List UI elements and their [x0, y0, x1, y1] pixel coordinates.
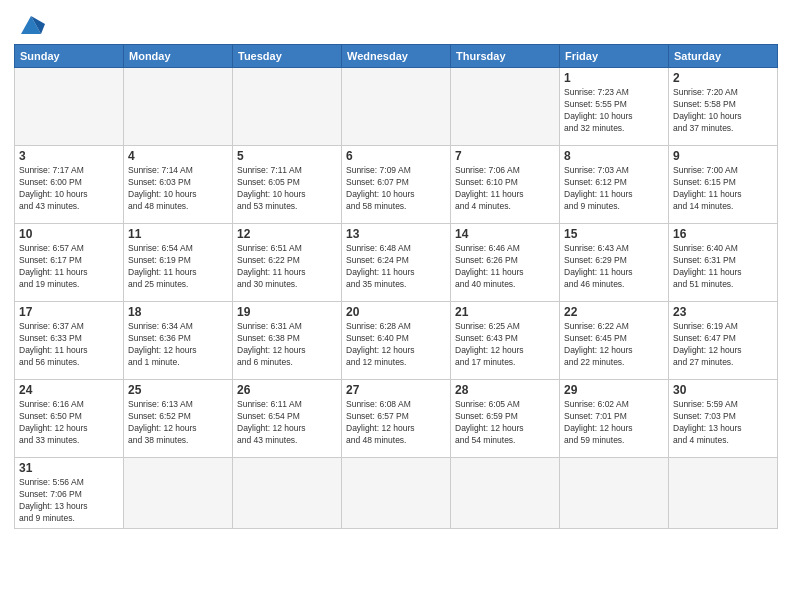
week-row-2: 10Sunrise: 6:57 AM Sunset: 6:17 PM Dayli…: [15, 224, 778, 302]
calendar-cell: 31Sunrise: 5:56 AM Sunset: 7:06 PM Dayli…: [15, 458, 124, 529]
calendar-cell: 11Sunrise: 6:54 AM Sunset: 6:19 PM Dayli…: [124, 224, 233, 302]
week-row-5: 31Sunrise: 5:56 AM Sunset: 7:06 PM Dayli…: [15, 458, 778, 529]
calendar-cell: 27Sunrise: 6:08 AM Sunset: 6:57 PM Dayli…: [342, 380, 451, 458]
day-info: Sunrise: 6:43 AM Sunset: 6:29 PM Dayligh…: [564, 243, 664, 291]
day-info: Sunrise: 6:51 AM Sunset: 6:22 PM Dayligh…: [237, 243, 337, 291]
calendar-cell: 25Sunrise: 6:13 AM Sunset: 6:52 PM Dayli…: [124, 380, 233, 458]
day-number: 9: [673, 149, 773, 163]
day-info: Sunrise: 6:13 AM Sunset: 6:52 PM Dayligh…: [128, 399, 228, 447]
day-info: Sunrise: 7:23 AM Sunset: 5:55 PM Dayligh…: [564, 87, 664, 135]
calendar-cell: 24Sunrise: 6:16 AM Sunset: 6:50 PM Dayli…: [15, 380, 124, 458]
day-number: 29: [564, 383, 664, 397]
day-number: 13: [346, 227, 446, 241]
calendar-cell: [669, 458, 778, 529]
calendar-cell: [451, 68, 560, 146]
calendar-cell: 20Sunrise: 6:28 AM Sunset: 6:40 PM Dayli…: [342, 302, 451, 380]
day-info: Sunrise: 6:28 AM Sunset: 6:40 PM Dayligh…: [346, 321, 446, 369]
day-info: Sunrise: 7:00 AM Sunset: 6:15 PM Dayligh…: [673, 165, 773, 213]
day-info: Sunrise: 7:03 AM Sunset: 6:12 PM Dayligh…: [564, 165, 664, 213]
col-header-friday: Friday: [560, 45, 669, 68]
day-info: Sunrise: 6:02 AM Sunset: 7:01 PM Dayligh…: [564, 399, 664, 447]
col-header-thursday: Thursday: [451, 45, 560, 68]
week-row-1: 3Sunrise: 7:17 AM Sunset: 6:00 PM Daylig…: [15, 146, 778, 224]
day-info: Sunrise: 5:59 AM Sunset: 7:03 PM Dayligh…: [673, 399, 773, 447]
calendar-cell: [124, 68, 233, 146]
calendar-cell: [15, 68, 124, 146]
day-info: Sunrise: 6:22 AM Sunset: 6:45 PM Dayligh…: [564, 321, 664, 369]
day-info: Sunrise: 6:19 AM Sunset: 6:47 PM Dayligh…: [673, 321, 773, 369]
day-number: 22: [564, 305, 664, 319]
col-header-saturday: Saturday: [669, 45, 778, 68]
calendar-cell: 5Sunrise: 7:11 AM Sunset: 6:05 PM Daylig…: [233, 146, 342, 224]
calendar-cell: [451, 458, 560, 529]
header: [14, 10, 778, 38]
day-number: 31: [19, 461, 119, 475]
col-header-monday: Monday: [124, 45, 233, 68]
day-info: Sunrise: 6:40 AM Sunset: 6:31 PM Dayligh…: [673, 243, 773, 291]
calendar-cell: 3Sunrise: 7:17 AM Sunset: 6:00 PM Daylig…: [15, 146, 124, 224]
day-number: 19: [237, 305, 337, 319]
day-info: Sunrise: 7:14 AM Sunset: 6:03 PM Dayligh…: [128, 165, 228, 213]
calendar-cell: 4Sunrise: 7:14 AM Sunset: 6:03 PM Daylig…: [124, 146, 233, 224]
calendar-cell: 1Sunrise: 7:23 AM Sunset: 5:55 PM Daylig…: [560, 68, 669, 146]
day-number: 28: [455, 383, 555, 397]
calendar-cell: [233, 458, 342, 529]
day-info: Sunrise: 7:20 AM Sunset: 5:58 PM Dayligh…: [673, 87, 773, 135]
day-number: 30: [673, 383, 773, 397]
calendar-cell: [560, 458, 669, 529]
calendar-cell: 18Sunrise: 6:34 AM Sunset: 6:36 PM Dayli…: [124, 302, 233, 380]
day-number: 23: [673, 305, 773, 319]
day-info: Sunrise: 6:25 AM Sunset: 6:43 PM Dayligh…: [455, 321, 555, 369]
calendar-cell: 16Sunrise: 6:40 AM Sunset: 6:31 PM Dayli…: [669, 224, 778, 302]
col-header-wednesday: Wednesday: [342, 45, 451, 68]
day-number: 27: [346, 383, 446, 397]
day-info: Sunrise: 6:08 AM Sunset: 6:57 PM Dayligh…: [346, 399, 446, 447]
day-info: Sunrise: 6:16 AM Sunset: 6:50 PM Dayligh…: [19, 399, 119, 447]
calendar-cell: 29Sunrise: 6:02 AM Sunset: 7:01 PM Dayli…: [560, 380, 669, 458]
day-number: 26: [237, 383, 337, 397]
day-info: Sunrise: 6:37 AM Sunset: 6:33 PM Dayligh…: [19, 321, 119, 369]
day-info: Sunrise: 5:56 AM Sunset: 7:06 PM Dayligh…: [19, 477, 119, 525]
day-number: 10: [19, 227, 119, 241]
day-number: 16: [673, 227, 773, 241]
day-number: 17: [19, 305, 119, 319]
day-info: Sunrise: 6:54 AM Sunset: 6:19 PM Dayligh…: [128, 243, 228, 291]
col-header-sunday: Sunday: [15, 45, 124, 68]
day-info: Sunrise: 6:31 AM Sunset: 6:38 PM Dayligh…: [237, 321, 337, 369]
day-info: Sunrise: 7:11 AM Sunset: 6:05 PM Dayligh…: [237, 165, 337, 213]
calendar-cell: 22Sunrise: 6:22 AM Sunset: 6:45 PM Dayli…: [560, 302, 669, 380]
logo: [14, 10, 45, 38]
calendar-cell: 15Sunrise: 6:43 AM Sunset: 6:29 PM Dayli…: [560, 224, 669, 302]
day-info: Sunrise: 6:48 AM Sunset: 6:24 PM Dayligh…: [346, 243, 446, 291]
calendar-cell: [342, 458, 451, 529]
calendar-cell: [233, 68, 342, 146]
calendar-header-row: SundayMondayTuesdayWednesdayThursdayFrid…: [15, 45, 778, 68]
day-number: 12: [237, 227, 337, 241]
calendar-cell: 19Sunrise: 6:31 AM Sunset: 6:38 PM Dayli…: [233, 302, 342, 380]
calendar-cell: 21Sunrise: 6:25 AM Sunset: 6:43 PM Dayli…: [451, 302, 560, 380]
day-number: 24: [19, 383, 119, 397]
day-number: 7: [455, 149, 555, 163]
week-row-4: 24Sunrise: 6:16 AM Sunset: 6:50 PM Dayli…: [15, 380, 778, 458]
day-info: Sunrise: 6:05 AM Sunset: 6:59 PM Dayligh…: [455, 399, 555, 447]
day-number: 11: [128, 227, 228, 241]
day-info: Sunrise: 6:34 AM Sunset: 6:36 PM Dayligh…: [128, 321, 228, 369]
day-number: 20: [346, 305, 446, 319]
day-info: Sunrise: 6:11 AM Sunset: 6:54 PM Dayligh…: [237, 399, 337, 447]
day-number: 6: [346, 149, 446, 163]
day-number: 1: [564, 71, 664, 85]
day-number: 18: [128, 305, 228, 319]
page: SundayMondayTuesdayWednesdayThursdayFrid…: [0, 0, 792, 612]
calendar-cell: [124, 458, 233, 529]
day-number: 5: [237, 149, 337, 163]
day-info: Sunrise: 6:46 AM Sunset: 6:26 PM Dayligh…: [455, 243, 555, 291]
day-number: 15: [564, 227, 664, 241]
day-number: 4: [128, 149, 228, 163]
week-row-0: 1Sunrise: 7:23 AM Sunset: 5:55 PM Daylig…: [15, 68, 778, 146]
day-number: 14: [455, 227, 555, 241]
day-info: Sunrise: 6:57 AM Sunset: 6:17 PM Dayligh…: [19, 243, 119, 291]
calendar-cell: [342, 68, 451, 146]
day-number: 8: [564, 149, 664, 163]
day-number: 3: [19, 149, 119, 163]
calendar-cell: 28Sunrise: 6:05 AM Sunset: 6:59 PM Dayli…: [451, 380, 560, 458]
